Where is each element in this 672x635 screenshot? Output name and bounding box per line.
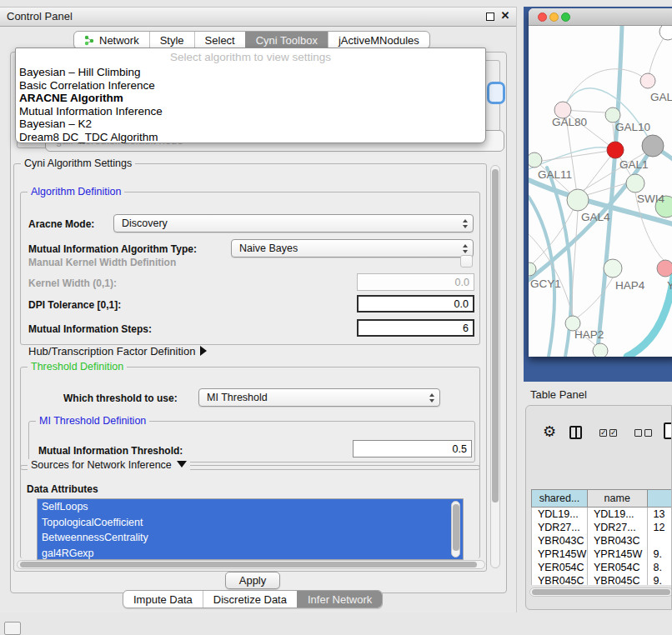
kernel-width-field[interactable] <box>357 273 474 291</box>
apply-button[interactable]: Apply <box>225 572 280 589</box>
attribute-list-item[interactable]: gal4RGexp <box>38 546 463 561</box>
column-header[interactable]: shared... <box>532 490 588 508</box>
column-header[interactable]: name <box>587 490 647 508</box>
document-icon[interactable] <box>664 422 672 439</box>
tab-style[interactable]: Style <box>149 32 194 48</box>
threshold-definition-title: Threshold Definition <box>28 361 127 372</box>
table-row[interactable]: YBR045CYBR045C9. <box>532 574 672 586</box>
attribute-list-item[interactable]: BetweennessCentrality <box>38 530 463 546</box>
node-label: HAP2 <box>574 328 604 341</box>
table-cell: YDR27... <box>587 521 647 534</box>
settings-group-title: Cyni Algorithm Settings <box>21 158 135 169</box>
which-threshold-label: Which threshold to use: <box>63 392 178 404</box>
dpi-tolerance-label: DPI Tolerance [0,1]: <box>28 299 121 311</box>
control-panel: Control Panel Network Style Select Cyni … <box>0 7 517 612</box>
node-y-partial[interactable] <box>657 260 672 277</box>
network-canvas[interactable]: GAL GAL80 GAL10 GAL11 GAL1 GAL4 SWI4 GCY… <box>529 26 672 357</box>
table-row[interactable]: YBR043CYBR043C <box>532 534 672 548</box>
columns-icon[interactable] <box>569 426 582 439</box>
node-label: GAL <box>650 91 672 103</box>
table-row[interactable]: YDL19...YDL19...13 <box>532 508 672 521</box>
unchecked-pair-icon[interactable] <box>634 429 652 437</box>
hub-section-toggle[interactable]: Hub/Transcription Factor Definition <box>28 345 207 358</box>
gear-icon[interactable] <box>543 424 556 439</box>
stepper-arrows-icon <box>463 218 468 229</box>
mi-threshold-title: MI Threshold Definition <box>36 415 149 427</box>
table-cell: 12 <box>647 521 672 534</box>
dropdown-item[interactable]: ARACNE Algorithm <box>16 92 485 105</box>
settings-scrollbar[interactable] <box>490 165 500 568</box>
dropdown-item[interactable]: Dream8 DC_TDC Algorithm <box>16 131 485 144</box>
table-cell: YDR27... <box>532 521 588 534</box>
focused-combo-fragment[interactable] <box>487 82 505 104</box>
network-window: GAL GAL80 GAL10 GAL11 GAL1 GAL4 SWI4 GCY… <box>529 8 672 357</box>
algorithm-dropdown: Select algorithm to view settings Bayesi… <box>15 48 486 143</box>
dropdown-placeholder: Select algorithm to view settings <box>16 51 485 66</box>
bottom-tabs: Impute Data Discretize Data Infer Networ… <box>123 590 383 608</box>
dropdown-item[interactable]: Bayesian – K2 <box>16 118 485 131</box>
close-traffic-light-icon[interactable] <box>538 12 547 22</box>
table-cell: YDL19... <box>587 508 647 521</box>
tab-select[interactable]: Select <box>194 32 245 48</box>
dropdown-item[interactable]: Bayesian – Hill Climbing <box>16 66 485 79</box>
node-partial-top[interactable] <box>659 26 672 40</box>
close-icon[interactable] <box>499 9 511 22</box>
column-header[interactable] <box>647 490 672 508</box>
table-h-scrollbar[interactable] <box>529 588 672 597</box>
attribute-list-item[interactable]: TopologicalCoefficient <box>38 515 463 531</box>
tab-cyni-toolbox[interactable]: Cyni Toolbox <box>245 32 328 48</box>
table-cell: 9. <box>647 574 672 586</box>
node-gal11[interactable] <box>529 152 542 168</box>
table-cell: YPR145W <box>587 548 647 561</box>
which-threshold-combo[interactable]: MI Threshold <box>198 388 440 407</box>
tab-infer-network[interactable]: Infer Network <box>297 591 382 608</box>
dropdown-item[interactable]: Basic Correlation Inference <box>16 79 485 92</box>
tab-network[interactable]: Network <box>74 32 149 48</box>
table-row[interactable]: YER054CYER054C8. <box>532 561 672 574</box>
node-hap4[interactable] <box>604 259 622 278</box>
minimized-panel-icon[interactable] <box>4 622 21 635</box>
data-attributes-list: SelfLoopsTopologicalCoefficientBetweenne… <box>37 498 464 560</box>
dpi-tolerance-field[interactable] <box>357 295 474 312</box>
zoom-traffic-light-icon[interactable] <box>561 12 570 22</box>
dropdown-items: Bayesian – Hill ClimbingBasic Correlatio… <box>16 66 485 144</box>
float-icon[interactable] <box>486 12 494 21</box>
table-row[interactable]: YDR27...YDR27...12 <box>532 521 672 534</box>
node-partial-bottom[interactable] <box>593 343 608 357</box>
node-gal1[interactable] <box>626 174 644 192</box>
table-cell: 9. <box>647 548 672 561</box>
mi-steps-label: Mutual Information Steps: <box>28 323 152 335</box>
data-attributes-label: Data Attributes <box>27 483 98 495</box>
table-cell: YER054C <box>532 561 588 574</box>
tab-jactivemnodules[interactable]: jActiveMNodules <box>328 32 429 48</box>
node-gal4[interactable] <box>567 189 589 211</box>
dropdown-item[interactable]: Mutual Information Inference <box>16 105 485 118</box>
node-gal-partial[interactable] <box>640 73 655 88</box>
checked-pair-icon[interactable] <box>599 429 617 437</box>
manual-kernel-checkbox[interactable] <box>460 255 473 268</box>
table-panel: shared...name YDL19...YDL19...13YDR27...… <box>525 405 672 610</box>
network-window-titlebar[interactable] <box>529 8 672 26</box>
kernel-width-label: Kernel Width (0,1): <box>28 278 117 289</box>
mi-type-combo[interactable]: Naive Bayes <box>231 239 474 258</box>
mi-steps-field[interactable] <box>357 319 474 337</box>
settings-h-scrollbar[interactable] <box>17 560 485 569</box>
mi-threshold-field[interactable] <box>353 440 472 458</box>
node-table[interactable]: shared...name YDL19...YDL19...13YDR27...… <box>531 489 672 585</box>
control-panel-title: Control Panel <box>7 10 73 22</box>
attribute-list-item[interactable]: SelfLoops <box>38 499 463 515</box>
node-gal10-gray[interactable] <box>642 135 664 157</box>
manual-kernel-label: Manual Kernel Width Definition <box>28 257 176 268</box>
node-red-selected[interactable] <box>607 142 624 158</box>
tab-discretize-data[interactable]: Discretize Data <box>203 591 297 608</box>
attributes-list-scrollbar[interactable] <box>451 501 460 558</box>
aracne-mode-combo[interactable]: Discovery <box>113 214 474 232</box>
node-label: GAL10 <box>615 121 650 133</box>
table-cell: YDL19... <box>532 508 588 521</box>
table-row[interactable]: YPR145WYPR145W9. <box>532 548 672 561</box>
aracne-mode-label: Aracne Mode: <box>28 218 94 230</box>
control-panel-titlebar <box>0 7 516 27</box>
sources-title[interactable]: Sources for Network Inference <box>28 459 190 471</box>
tab-impute-data[interactable]: Impute Data <box>123 591 203 608</box>
minimize-traffic-light-icon[interactable] <box>549 12 559 22</box>
